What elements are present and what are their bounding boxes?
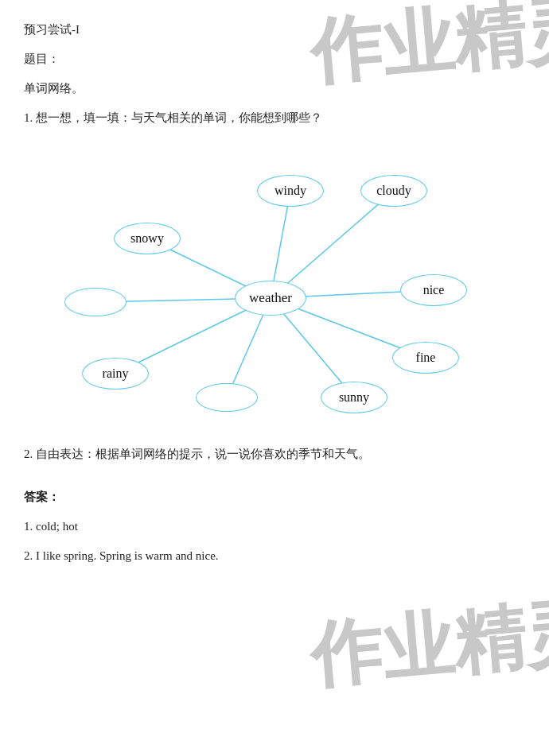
node-blank2	[196, 383, 258, 412]
node-windy: windy	[257, 175, 324, 207]
node-rainy: rainy	[82, 358, 149, 390]
node-snowy: snowy	[114, 223, 181, 254]
subject-label: 题目：	[24, 48, 525, 70]
subject-value: 单词网络。	[24, 78, 525, 99]
node-sunny: sunny	[321, 382, 387, 413]
node-blank1	[64, 288, 127, 316]
answer1: 1. cold; hot	[24, 516, 525, 537]
instruction1: 1. 想一想，填一填：与天气相关的单词，你能想到哪些？	[24, 107, 525, 129]
watermark-bottom: 作业精灵	[306, 583, 549, 705]
node-cloudy: cloudy	[360, 175, 427, 207]
page-title: 预习尝试-I	[24, 19, 525, 41]
question2: 2. 自由表达：根据单词网络的提示，说一说你喜欢的季节和天气。	[24, 444, 525, 465]
answer-label: 答案：	[24, 487, 525, 508]
node-nice: nice	[400, 274, 467, 306]
node-fine: fine	[392, 342, 459, 374]
answer2: 2. I like spring. Spring is warm and nic…	[24, 545, 525, 567]
center-node: weather	[235, 281, 306, 316]
mindmap: weather windycloudysnowynicefinerainysun…	[52, 143, 497, 429]
